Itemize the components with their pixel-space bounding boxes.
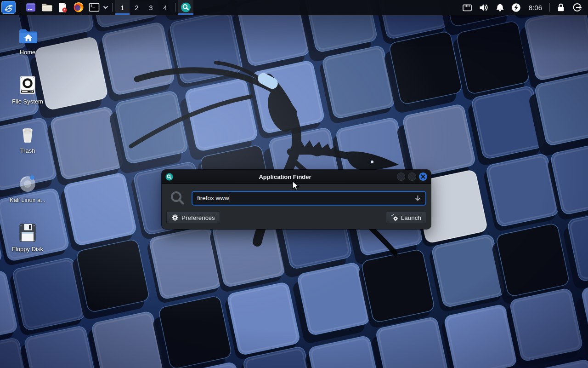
firefox-launcher[interactable] xyxy=(71,0,86,15)
desktop-icon-file-system[interactable]: File System xyxy=(6,74,50,105)
minimize-button[interactable] xyxy=(397,172,405,181)
launch-gear-icon xyxy=(391,214,398,221)
desktop: $_ 1 2 3 4 xyxy=(0,0,588,368)
window-title: Application Finder xyxy=(173,173,397,180)
chevron-down-icon xyxy=(103,2,108,13)
workspace-button-2[interactable]: 2 xyxy=(130,0,144,15)
network-icon xyxy=(462,3,472,12)
text-editor-launcher[interactable] xyxy=(55,0,71,15)
workspace-label: 2 xyxy=(135,4,138,12)
network-tray-button[interactable] xyxy=(459,0,475,15)
clock[interactable]: 8:06 xyxy=(524,0,547,15)
application-finder-icon xyxy=(181,2,191,13)
launcher-dropdown-button[interactable] xyxy=(102,0,109,15)
power-manager-tray-button[interactable] xyxy=(508,0,524,15)
search-input-value: firefox www xyxy=(197,195,229,201)
trash-bin-icon xyxy=(17,123,39,145)
application-finder-icon xyxy=(165,173,173,181)
kali-disc-icon xyxy=(17,172,39,195)
lock-icon xyxy=(556,2,566,12)
workspace-label: 1 xyxy=(120,4,124,12)
top-panel: $_ 1 2 3 4 xyxy=(0,0,588,15)
desktop-icon-label: Trash xyxy=(6,147,50,154)
logout-icon xyxy=(572,2,582,12)
logout-button[interactable] xyxy=(569,0,588,15)
desktop-icon-kali-linux[interactable]: Kali Linux a... xyxy=(6,172,50,203)
firefox-icon xyxy=(73,2,84,13)
launch-label: Launch xyxy=(401,214,421,221)
application-finder-window: Application Finder firefo xyxy=(162,170,431,229)
workspace-button-3[interactable]: 3 xyxy=(144,0,158,15)
app-finder-taskbar-button[interactable] xyxy=(178,0,193,15)
launch-button[interactable]: Launch xyxy=(386,211,426,224)
notifications-tray-button[interactable] xyxy=(492,0,508,15)
search-icon xyxy=(170,190,185,206)
text-editor-icon xyxy=(57,2,68,13)
panel-separator xyxy=(175,3,175,12)
desktop-icon-label: Home xyxy=(6,49,50,56)
terminal-icon: $_ xyxy=(89,2,100,13)
desktop-icon-label: Kali Linux a... xyxy=(6,196,50,203)
lock-screen-button[interactable] xyxy=(553,0,569,15)
titlebar[interactable]: Application Finder xyxy=(162,170,431,184)
text-caret xyxy=(230,195,231,202)
power-manager-icon xyxy=(511,3,521,12)
gear-icon xyxy=(171,214,179,221)
workspace-label: 4 xyxy=(163,4,167,12)
desktop-icon-trash[interactable]: Trash xyxy=(6,123,50,154)
maximize-button[interactable] xyxy=(408,172,416,181)
close-icon xyxy=(421,174,425,179)
search-input[interactable]: firefox www xyxy=(192,191,426,206)
hard-drive-icon xyxy=(17,74,39,96)
dashboard-launcher[interactable] xyxy=(23,0,39,15)
dashboard-icon xyxy=(25,2,36,13)
desktop-icon-home[interactable]: Home xyxy=(6,25,50,56)
terminal-glyph: $_ xyxy=(90,4,95,8)
floppy-disk-icon xyxy=(17,222,39,244)
file-manager-icon xyxy=(41,2,53,13)
workspace-button-4[interactable]: 4 xyxy=(158,0,172,15)
desktop-icon-label: File System xyxy=(6,98,50,105)
panel-separator xyxy=(549,3,550,12)
file-manager-launcher[interactable] xyxy=(39,0,55,15)
kali-menu-icon xyxy=(3,2,14,13)
volume-tray-button[interactable] xyxy=(475,0,492,15)
volume-icon xyxy=(479,3,489,12)
notifications-bell-icon xyxy=(495,3,505,12)
desktop-icon-floppy-disk[interactable]: Floppy Disk xyxy=(6,222,50,253)
workspace-label: 3 xyxy=(149,4,153,12)
home-folder-icon xyxy=(17,25,39,47)
workspace-button-1[interactable]: 1 xyxy=(115,0,130,15)
down-arrow-icon[interactable] xyxy=(414,194,422,202)
preferences-button[interactable]: Preferences xyxy=(166,211,220,224)
close-button[interactable] xyxy=(419,172,427,181)
preferences-label: Preferences xyxy=(181,214,215,221)
desktop-icon-label: Floppy Disk xyxy=(6,246,50,253)
terminal-launcher[interactable]: $_ xyxy=(86,0,102,15)
window-controls xyxy=(397,172,427,181)
panel-separator xyxy=(20,3,20,12)
panel-separator xyxy=(112,3,113,12)
applications-menu-button[interactable] xyxy=(1,1,16,14)
